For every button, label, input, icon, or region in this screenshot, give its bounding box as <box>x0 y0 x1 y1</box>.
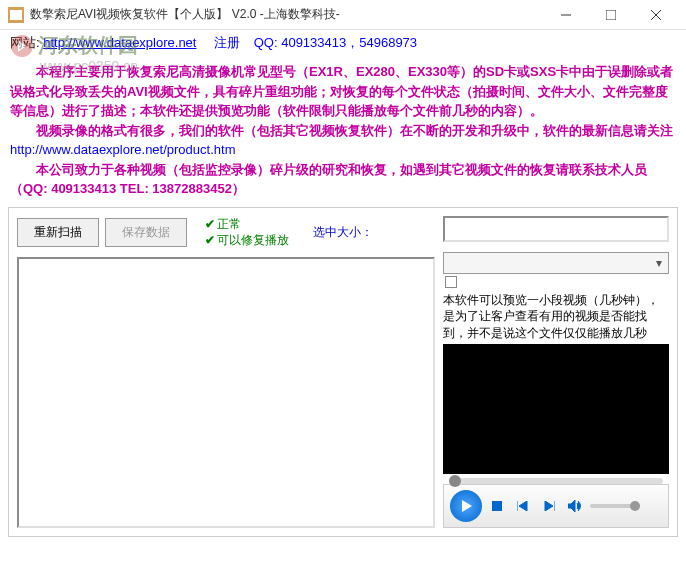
path-input[interactable] <box>443 216 669 242</box>
maximize-button[interactable] <box>588 1 633 29</box>
right-panel: ▾ 本软件可以预览一小段视频（几秒钟），是为了让客户查看有用的视频是否能找到，并… <box>443 216 669 528</box>
next-button[interactable] <box>538 495 560 517</box>
video-preview <box>443 344 669 474</box>
volume-slider[interactable] <box>590 504 640 508</box>
legend: ✔正常 ✔可以修复播放 <box>205 216 289 250</box>
close-button[interactable] <box>633 1 678 29</box>
svg-rect-3 <box>606 10 616 20</box>
checkbox[interactable] <box>445 276 457 288</box>
save-button: 保存数据 <box>105 218 187 247</box>
description-block: 本程序主要用于恢复索尼高清摄像机常见型号（EX1R、EX280、EX330等）的… <box>10 62 676 199</box>
qq-label: QQ: 409133413，54968973 <box>254 35 417 50</box>
prev-button[interactable] <box>512 495 534 517</box>
minimize-button[interactable] <box>543 1 588 29</box>
chevron-down-icon: ▾ <box>650 256 668 270</box>
left-panel: 重新扫描 保存数据 ✔正常 ✔可以修复播放 选中大小： <box>17 216 435 528</box>
check-icon: ✔ <box>205 232 215 249</box>
product-link[interactable]: http://www.dataexplore.net/product.htm <box>10 142 235 157</box>
check-icon: ✔ <box>205 216 215 233</box>
button-row: 重新扫描 保存数据 ✔正常 ✔可以修复播放 选中大小： <box>17 216 435 250</box>
watermark-url: www.pc0359.cn <box>40 58 138 74</box>
rescan-button[interactable]: 重新扫描 <box>17 218 99 247</box>
checkbox-row <box>445 276 669 288</box>
legend-repair: 可以修复播放 <box>217 232 289 249</box>
preview-note: 本软件可以预览一小段视频（几秒钟），是为了让客户查看有用的视频是否能找到，并不是… <box>443 292 669 342</box>
register-link[interactable]: 注册 <box>214 35 240 50</box>
play-button[interactable] <box>450 490 482 522</box>
stop-button[interactable] <box>486 495 508 517</box>
player-controls <box>443 484 669 528</box>
app-icon <box>8 7 24 23</box>
file-list[interactable] <box>17 257 435 527</box>
svg-rect-1 <box>10 10 22 20</box>
selected-size-label: 选中大小： <box>313 224 373 241</box>
legend-normal: 正常 <box>217 216 241 233</box>
desc-p3: 本公司致力于各种视频（包括监控录像）碎片级的研究和恢复，如遇到其它视频文件的恢复… <box>10 160 676 199</box>
watermark-logo: 河东软件园 <box>10 32 138 59</box>
device-dropdown[interactable]: ▾ <box>443 252 669 274</box>
window-title: 数擎索尼AVI视频恢复软件【个人版】 V2.0 -上海数擎科技- <box>30 6 543 23</box>
volume-icon[interactable] <box>564 495 586 517</box>
main-panel: 重新扫描 保存数据 ✔正常 ✔可以修复播放 选中大小： ▾ 本软件可以预览一小段… <box>8 207 678 537</box>
svg-rect-7 <box>492 501 502 511</box>
seek-slider[interactable] <box>449 478 663 484</box>
window-titlebar: 数擎索尼AVI视频恢复软件【个人版】 V2.0 -上海数擎科技- <box>0 0 686 30</box>
desc-p2: 视频录像的格式有很多，我们的软件（包括其它视频恢复软件）在不断的开发和升级中，软… <box>10 121 676 160</box>
